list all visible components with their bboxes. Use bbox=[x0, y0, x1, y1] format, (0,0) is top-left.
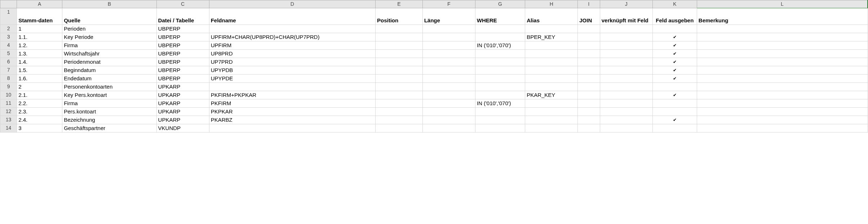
cell[interactable] bbox=[422, 58, 475, 66]
cell[interactable] bbox=[652, 25, 697, 33]
cell[interactable]: Feldname bbox=[209, 8, 375, 25]
row-header-7[interactable]: 7 bbox=[0, 66, 17, 75]
cell[interactable] bbox=[600, 124, 652, 133]
cell[interactable] bbox=[525, 108, 578, 116]
row-header-4[interactable]: 4 bbox=[0, 41, 17, 50]
cell[interactable] bbox=[525, 83, 578, 91]
cell[interactable] bbox=[375, 108, 422, 116]
cell[interactable]: ✔ bbox=[652, 75, 697, 83]
row-header-3[interactable]: 3 bbox=[0, 33, 17, 41]
cell[interactable]: ✔ bbox=[652, 41, 697, 50]
cell[interactable] bbox=[209, 25, 375, 33]
cell[interactable] bbox=[652, 124, 697, 133]
cell[interactable]: UPKARP bbox=[156, 83, 209, 91]
cell[interactable]: 2.1. bbox=[17, 91, 62, 99]
cell[interactable]: UP7PRD bbox=[209, 58, 375, 66]
cell[interactable]: Periodenmonat bbox=[62, 58, 156, 66]
cell[interactable]: UBPERP bbox=[156, 58, 209, 66]
cell[interactable] bbox=[525, 66, 578, 75]
col-header-D[interactable]: D bbox=[209, 0, 375, 8]
cell[interactable]: ✔ bbox=[652, 58, 697, 66]
cell[interactable] bbox=[422, 50, 475, 58]
cell[interactable] bbox=[475, 33, 525, 41]
cell[interactable] bbox=[600, 108, 652, 116]
cell[interactable]: PKFIRM bbox=[209, 99, 375, 108]
cell[interactable] bbox=[525, 75, 578, 83]
spreadsheet-grid[interactable]: A B C D E F G H I J K L 1 Stamm-daten Qu… bbox=[0, 0, 868, 133]
cell[interactable] bbox=[375, 25, 422, 33]
cell[interactable] bbox=[600, 33, 652, 41]
cell[interactable]: UPKARP bbox=[156, 108, 209, 116]
cell[interactable] bbox=[697, 25, 868, 33]
cell[interactable]: JOIN bbox=[578, 8, 600, 25]
cell[interactable] bbox=[422, 108, 475, 116]
cell[interactable] bbox=[375, 124, 422, 133]
cell[interactable]: ✔ bbox=[652, 50, 697, 58]
col-header-K[interactable]: K bbox=[652, 0, 697, 8]
cell[interactable] bbox=[375, 83, 422, 91]
row-header-6[interactable]: 6 bbox=[0, 58, 17, 66]
cell[interactable] bbox=[652, 99, 697, 108]
cell[interactable]: 1.3. bbox=[17, 50, 62, 58]
cell[interactable]: ✔ bbox=[652, 33, 697, 41]
cell[interactable] bbox=[422, 75, 475, 83]
cell[interactable]: UBPERP bbox=[156, 25, 209, 33]
cell[interactable] bbox=[422, 116, 475, 124]
cell[interactable]: 1.4. bbox=[17, 58, 62, 66]
cell[interactable] bbox=[422, 66, 475, 75]
cell[interactable] bbox=[652, 83, 697, 91]
cell[interactable]: Wirtschaftsjahr bbox=[62, 50, 156, 58]
cell[interactable]: Endedatum bbox=[62, 75, 156, 83]
cell[interactable] bbox=[209, 83, 375, 91]
cell[interactable] bbox=[600, 50, 652, 58]
cell[interactable]: PKARBZ bbox=[209, 116, 375, 124]
cell[interactable] bbox=[375, 41, 422, 50]
cell[interactable] bbox=[697, 50, 868, 58]
cell[interactable] bbox=[697, 58, 868, 66]
cell[interactable] bbox=[422, 99, 475, 108]
row-header-1[interactable]: 1 bbox=[0, 8, 17, 25]
cell[interactable] bbox=[475, 124, 525, 133]
col-header-G[interactable]: G bbox=[475, 0, 525, 8]
cell[interactable] bbox=[578, 50, 600, 58]
cell[interactable] bbox=[578, 25, 600, 33]
cell[interactable]: verknüpft mit Feld bbox=[600, 8, 652, 25]
cell[interactable] bbox=[578, 75, 600, 83]
row-header-10[interactable]: 10 bbox=[0, 91, 17, 99]
cell[interactable] bbox=[578, 91, 600, 99]
cell[interactable] bbox=[525, 25, 578, 33]
cell[interactable] bbox=[697, 91, 868, 99]
col-header-J[interactable]: J bbox=[600, 0, 652, 8]
cell[interactable] bbox=[578, 83, 600, 91]
cell[interactable]: Stamm-daten bbox=[17, 8, 62, 25]
cell[interactable]: Key Pers.kontoart bbox=[62, 91, 156, 99]
cell[interactable]: Bemerkung bbox=[697, 8, 868, 25]
cell[interactable] bbox=[422, 124, 475, 133]
cell[interactable] bbox=[525, 58, 578, 66]
cell[interactable] bbox=[525, 116, 578, 124]
cell[interactable] bbox=[422, 25, 475, 33]
cell[interactable] bbox=[422, 83, 475, 91]
cell[interactable] bbox=[375, 99, 422, 108]
cell[interactable]: 2.3. bbox=[17, 108, 62, 116]
cell[interactable]: BPER_KEY bbox=[525, 33, 578, 41]
cell[interactable] bbox=[475, 25, 525, 33]
cell[interactable]: Position bbox=[375, 8, 422, 25]
cell[interactable] bbox=[600, 25, 652, 33]
row-header-2[interactable]: 2 bbox=[0, 25, 17, 33]
cell[interactable] bbox=[475, 66, 525, 75]
cell[interactable] bbox=[578, 41, 600, 50]
cell[interactable]: Länge bbox=[422, 8, 475, 25]
cell[interactable]: UBPERP bbox=[156, 33, 209, 41]
cell[interactable]: Geschäftspartner bbox=[62, 124, 156, 133]
cell[interactable]: 2 bbox=[17, 83, 62, 91]
cell[interactable] bbox=[475, 91, 525, 99]
cell[interactable] bbox=[697, 124, 868, 133]
cell[interactable]: UPKARP bbox=[156, 91, 209, 99]
row-header-14[interactable]: 14 bbox=[0, 124, 17, 133]
cell[interactable]: 1 bbox=[17, 25, 62, 33]
cell[interactable] bbox=[600, 66, 652, 75]
cell[interactable]: Quelle bbox=[62, 8, 156, 25]
cell[interactable] bbox=[422, 91, 475, 99]
cell[interactable]: Feld ausgeben bbox=[652, 8, 697, 25]
